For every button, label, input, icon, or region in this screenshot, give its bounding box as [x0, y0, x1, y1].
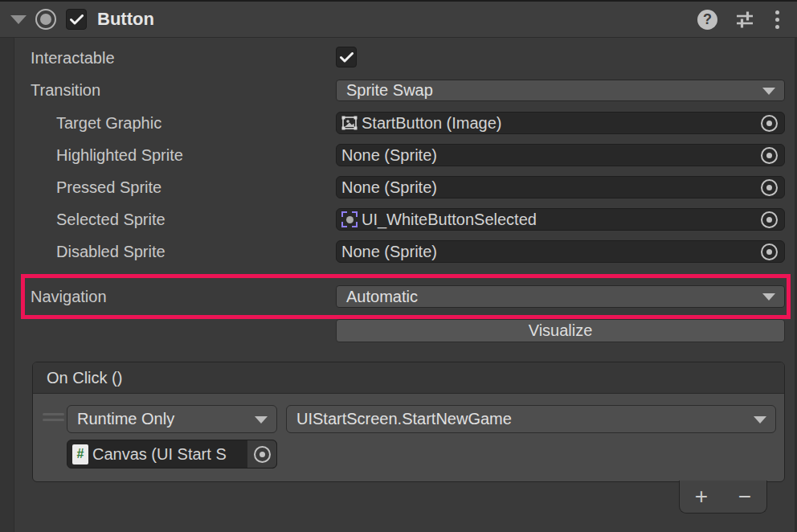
component-header: Button ? [0, 0, 797, 38]
selected-sprite-label: Selected Sprite [56, 211, 166, 229]
selected-sprite-value: UI_WhiteButtonSelected [362, 211, 537, 229]
navigation-dropdown[interactable]: Automatic [336, 285, 785, 308]
target-graphic-field[interactable]: StartButton (Image) [336, 112, 785, 134]
row-highlighted-sprite: Highlighted Sprite None (Sprite) [0, 144, 797, 166]
highlighted-sprite-field[interactable]: None (Sprite) [336, 144, 785, 166]
row-navigation: Navigation Automatic [0, 285, 797, 308]
pressed-sprite-field[interactable]: None (Sprite) [336, 176, 785, 198]
event-function-dropdown[interactable]: UIStartScreen.StartNewGame [286, 405, 776, 433]
target-graphic-value: StartButton (Image) [362, 114, 502, 133]
object-picker-icon[interactable] [761, 179, 778, 196]
transition-value: Sprite Swap [346, 81, 433, 100]
highlighted-sprite-value: None (Sprite) [341, 146, 437, 165]
object-picker-icon[interactable] [761, 243, 778, 260]
foldout-arrow-icon[interactable] [10, 15, 27, 24]
row-transition: Transition Sprite Swap [0, 80, 797, 101]
checkmark-icon [340, 52, 354, 63]
transition-label: Transition [31, 81, 100, 100]
selected-sprite-field[interactable]: UI_WhiteButtonSelected [336, 208, 785, 231]
chevron-down-icon [762, 293, 775, 301]
interactable-label: Interactable [31, 49, 115, 68]
chevron-down-icon [762, 88, 775, 95]
navigation-label: Navigation [31, 288, 107, 306]
disabled-sprite-field[interactable]: None (Sprite) [336, 240, 785, 263]
sprite-icon [341, 211, 358, 227]
chevron-down-icon [255, 416, 268, 424]
component-enabled-checkbox[interactable] [66, 9, 87, 30]
row-selected-sprite: Selected Sprite UI_WhiteButtonSelected [0, 208, 797, 231]
add-event-button[interactable]: + [680, 481, 723, 512]
object-picker-cap[interactable] [247, 440, 276, 468]
chevron-down-icon [754, 416, 766, 424]
unity-inspector-button-component: Button ? Interactable [0, 0, 797, 532]
event-mode-dropdown[interactable]: Runtime Only [67, 405, 277, 433]
event-mode-value: Runtime Only [77, 410, 174, 428]
transition-dropdown[interactable]: Sprite Swap [336, 80, 785, 101]
object-picker-icon[interactable] [761, 211, 778, 228]
row-pressed-sprite: Pressed Sprite None (Sprite) [0, 176, 797, 198]
disabled-sprite-label: Disabled Sprite [56, 243, 166, 261]
presets-icon[interactable] [734, 9, 755, 30]
on-click-body: Runtime Only UIStartScreen.StartNewGame … [33, 394, 784, 482]
checkmark-icon [70, 14, 84, 25]
object-picker-icon [254, 446, 271, 463]
on-click-event-box: On Click () Runtime Only UIStartScreen.S… [32, 362, 785, 482]
row-interactable: Interactable [0, 47, 797, 69]
target-graphic-label: Target Graphic [56, 114, 161, 133]
object-picker-icon[interactable] [761, 147, 778, 164]
row-disabled-sprite: Disabled Sprite None (Sprite) [0, 240, 797, 263]
event-function-value: UIStartScreen.StartNewGame [296, 410, 512, 428]
button-component-icon [35, 9, 56, 30]
visualize-button[interactable]: Visualize [336, 319, 785, 342]
image-icon [341, 115, 358, 131]
help-icon[interactable]: ? [697, 10, 717, 30]
interactable-checkbox[interactable] [336, 47, 357, 68]
kebab-menu-icon[interactable] [772, 10, 783, 29]
event-target-field[interactable]: # Canvas (UI Start S [67, 440, 277, 469]
pressed-sprite-label: Pressed Sprite [56, 178, 161, 197]
drag-handle-icon[interactable] [43, 413, 64, 421]
disabled-sprite-value: None (Sprite) [341, 243, 437, 261]
script-icon: # [72, 444, 88, 464]
on-click-header: On Click () [33, 362, 784, 394]
event-list-footer: + − [679, 481, 767, 514]
pressed-sprite-value: None (Sprite) [341, 178, 437, 197]
highlighted-sprite-label: Highlighted Sprite [56, 146, 183, 165]
remove-event-button[interactable]: − [723, 481, 766, 512]
navigation-value: Automatic [346, 288, 418, 306]
event-target-value: Canvas (UI Start S [92, 445, 227, 464]
object-picker-icon[interactable] [761, 115, 778, 132]
component-title: Button [97, 9, 154, 30]
row-target-graphic: Target Graphic StartButton (Image) [0, 112, 797, 134]
on-click-title: On Click () [47, 369, 122, 387]
